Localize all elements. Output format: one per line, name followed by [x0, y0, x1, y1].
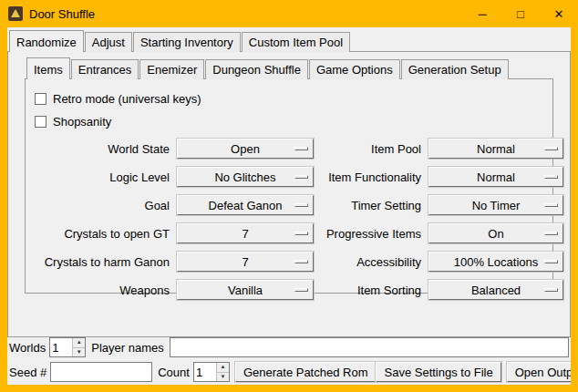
item-functionality-dropdown[interactable]: Normal: [428, 167, 563, 187]
player-names-label: Player names: [91, 341, 163, 355]
shopsanity-checkbox[interactable]: [35, 116, 46, 128]
worlds-label: Worlds: [9, 341, 46, 355]
bottom-controls: Worlds ▲ ▼ Player names Seed # Count: [7, 337, 571, 385]
randomize-pane: Items Entrances Enemizer Dungeon Shuffle…: [7, 51, 571, 337]
timer-setting-value: No Timer: [472, 199, 521, 212]
minimize-icon: ─: [478, 7, 486, 21]
worlds-spin-up-button[interactable]: ▲: [73, 338, 85, 348]
tab-custom-item-pool[interactable]: Custom Item Pool: [242, 32, 350, 52]
dropdown-indicator-icon: [294, 288, 308, 292]
close-icon: ✕: [554, 7, 564, 21]
tab-adjust[interactable]: Adjust: [85, 32, 132, 52]
worlds-spin-arrows: ▲ ▼: [72, 338, 85, 356]
count-spin-down-button[interactable]: ▼: [217, 373, 229, 382]
outer-tab-bar: Randomize Adjust Starting Inventory Cust…: [7, 30, 571, 52]
accessibility-dropdown[interactable]: 100% Locations: [428, 252, 563, 272]
retro-mode-checkbox[interactable]: [35, 93, 46, 105]
crystals-gt-value: 7: [242, 227, 248, 241]
count-label: Count: [158, 366, 190, 379]
window-title: Door Shuffle: [29, 7, 95, 21]
tab-randomize[interactable]: Randomize: [9, 30, 84, 52]
retro-mode-row: Retro mode (universal keys): [35, 88, 543, 108]
logic-level-dropdown[interactable]: No Glitches: [177, 167, 314, 187]
tab-starting-inventory[interactable]: Starting Inventory: [133, 32, 241, 52]
progressive-items-value: On: [488, 227, 503, 241]
progressive-items-dropdown[interactable]: On: [428, 223, 563, 243]
worlds-spin-down-button[interactable]: ▼: [73, 348, 85, 357]
items-pane: Retro mode (universal keys) Shopsanity W…: [25, 78, 553, 294]
app-window: Door Shuffle ─ □ ✕ Randomize Adjust Star…: [0, 0, 578, 392]
dropdown-indicator-icon: [294, 260, 308, 263]
spin-up-icon: ▲: [77, 338, 82, 346]
timer-setting-dropdown[interactable]: No Timer: [428, 195, 563, 215]
item-functionality-label: Item Functionality: [321, 170, 421, 184]
count-spinbox[interactable]: ▲ ▼: [193, 362, 230, 382]
tab-items[interactable]: Items: [26, 57, 70, 79]
accessibility-value: 100% Locations: [454, 255, 539, 269]
tab-entrances[interactable]: Entrances: [71, 59, 139, 79]
seed-row: Seed # Count ▲ ▼ Generate Patched Rom Sa…: [9, 362, 569, 382]
weapons-label: Weapons: [35, 284, 170, 297]
crystals-ganon-label: Crystals to harm Ganon: [35, 255, 170, 269]
item-sorting-label: Item Sorting: [321, 284, 421, 297]
shopsanity-label: Shopsanity: [53, 115, 111, 129]
dropdown-indicator-icon: [544, 232, 558, 235]
inner-tab-bar: Items Entrances Enemizer Dungeon Shuffle…: [25, 57, 553, 79]
maximize-icon: □: [517, 7, 524, 21]
count-spin-up-button[interactable]: ▲: [217, 363, 229, 373]
item-sorting-dropdown[interactable]: Balanced: [428, 280, 563, 300]
item-sorting-value: Balanced: [471, 284, 521, 297]
dropdown-indicator-icon: [544, 147, 558, 150]
worlds-input[interactable]: [50, 338, 72, 356]
count-input[interactable]: [194, 363, 216, 381]
dropdown-indicator-icon: [294, 175, 308, 179]
worlds-row: Worlds ▲ ▼ Player names: [9, 337, 569, 357]
count-spin-arrows: ▲ ▼: [216, 363, 229, 381]
item-pool-value: Normal: [477, 142, 515, 156]
tab-dungeon-shuffle[interactable]: Dungeon Shuffle: [205, 59, 308, 79]
crystals-gt-dropdown[interactable]: 7: [177, 223, 314, 243]
dropdown-indicator-icon: [294, 147, 308, 150]
retro-mode-label: Retro mode (universal keys): [53, 92, 201, 106]
options-grid: World State Open Item Pool Normal Logic …: [35, 139, 543, 300]
spin-up-icon: ▲: [220, 363, 225, 371]
tab-game-options[interactable]: Game Options: [309, 59, 400, 79]
dropdown-indicator-icon: [294, 232, 308, 235]
seed-label: Seed #: [9, 366, 46, 379]
save-settings-button[interactable]: Save Settings to File: [376, 362, 501, 382]
crystals-ganon-value: 7: [242, 255, 248, 269]
logic-level-label: Logic Level: [35, 170, 170, 184]
world-state-dropdown[interactable]: Open: [177, 139, 314, 159]
goal-label: Goal: [35, 199, 170, 212]
seed-input[interactable]: [50, 362, 152, 382]
item-pool-label: Item Pool: [321, 142, 421, 156]
close-button[interactable]: ✕: [540, 0, 578, 27]
weapons-value: Vanilla: [228, 284, 263, 297]
timer-setting-label: Timer Setting: [321, 199, 421, 212]
title-bar: Door Shuffle ─ □ ✕: [0, 0, 578, 27]
crystals-ganon-dropdown[interactable]: 7: [177, 252, 314, 272]
spin-down-icon: ▼: [220, 373, 225, 381]
weapons-dropdown[interactable]: Vanilla: [177, 280, 314, 300]
minimize-button[interactable]: ─: [463, 0, 501, 27]
item-pool-dropdown[interactable]: Normal: [428, 139, 563, 159]
worlds-spinbox[interactable]: ▲ ▼: [49, 337, 86, 357]
tab-generation-setup[interactable]: Generation Setup: [401, 59, 509, 79]
goal-dropdown[interactable]: Defeat Ganon: [177, 195, 314, 215]
dropdown-indicator-icon: [294, 203, 308, 207]
item-functionality-value: Normal: [477, 170, 515, 184]
goal-value: Defeat Ganon: [209, 199, 283, 212]
client-area: Randomize Adjust Starting Inventory Cust…: [7, 27, 571, 385]
player-names-input[interactable]: [170, 337, 569, 357]
logic-level-value: No Glitches: [214, 170, 275, 184]
maximize-button[interactable]: □: [501, 0, 540, 27]
spin-down-icon: ▼: [77, 348, 82, 356]
tab-enemizer[interactable]: Enemizer: [139, 59, 204, 79]
open-output-directory-button[interactable]: Open Output Directory: [507, 362, 571, 382]
crystals-gt-label: Crystals to open GT: [35, 227, 170, 241]
generate-patched-rom-button[interactable]: Generate Patched Rom: [235, 362, 377, 382]
dropdown-indicator-icon: [544, 203, 558, 207]
progressive-items-label: Progressive Items: [321, 227, 421, 241]
dropdown-indicator-icon: [544, 288, 558, 292]
dropdown-indicator-icon: [544, 260, 558, 263]
